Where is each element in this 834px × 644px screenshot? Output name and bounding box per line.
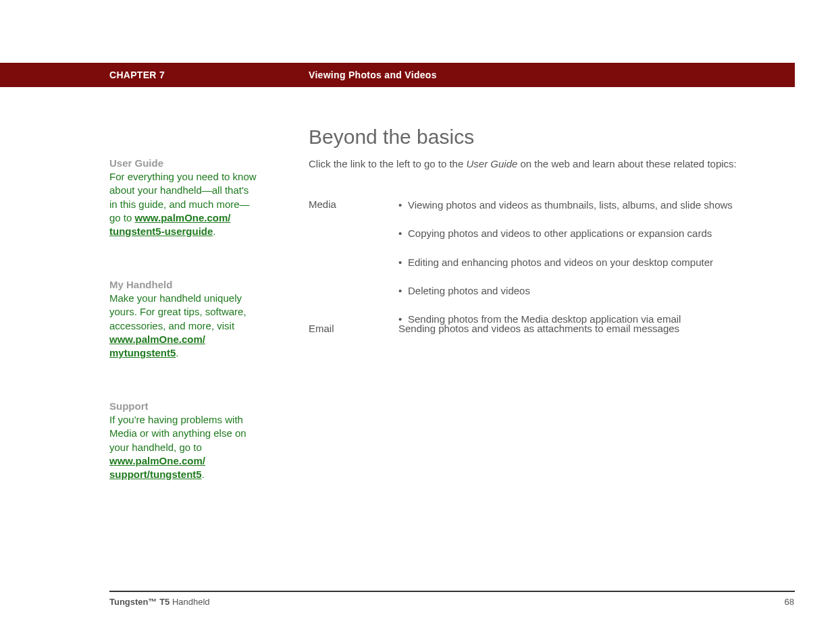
media-item: Copying photos and videos to other appli… <box>398 227 790 240</box>
media-item: Deleting photos and videos <box>398 284 790 298</box>
link-line2: tungstent5-userguide <box>109 225 213 237</box>
sidebox-text-before: If you're having problems with Media or … <box>109 414 246 453</box>
sidebox-text-after: . <box>202 468 205 480</box>
chapter-title: Viewing Photos and Videos <box>309 70 437 80</box>
link-line2: mytungstent5 <box>109 347 176 358</box>
support-link[interactable]: www.palmOne.com/support/tungstent5 <box>109 455 205 480</box>
footer-rule <box>109 591 795 592</box>
chapter-label: CHAPTER 7 <box>109 70 165 80</box>
sidebox-title: User Guide <box>109 157 258 169</box>
sidebox-text: Make your handheld uniquely yours. For g… <box>109 292 258 360</box>
sidebox-title: Support <box>109 400 258 412</box>
link-line2: support/tungstent5 <box>109 468 202 480</box>
page-heading: Beyond the basics <box>309 126 474 149</box>
link-line1: www.palmOne.com/ <box>109 333 205 345</box>
sidebox-title: My Handheld <box>109 279 258 290</box>
sidebox-text-after: . <box>176 347 178 358</box>
footer-product-bold: Tungsten™ T5 <box>109 597 170 607</box>
topic-content-media: Viewing photos and videos as thumbnails,… <box>398 198 790 341</box>
link-line1: www.palmOne.com/ <box>135 212 231 223</box>
my-handheld-link[interactable]: www.palmOne.com/mytungstent5 <box>109 333 205 358</box>
page-number: 68 <box>785 597 794 607</box>
email-text: Sending photos and videos as attachments… <box>398 323 679 334</box>
media-item: Editing and enhancing photos and videos … <box>398 256 790 269</box>
header-bar: CHAPTER 7 Viewing Photos and Videos <box>0 63 795 87</box>
intro-text: Click the link to the left to go to the … <box>309 158 795 169</box>
sidebox-text: If you're having problems with Media or … <box>109 413 258 481</box>
topic-label-email[interactable]: Email <box>309 323 334 334</box>
intro-prefix: Click the link to the left to go to the <box>309 158 466 169</box>
intro-emph: User Guide <box>466 158 517 169</box>
topic-label-media[interactable]: Media <box>309 198 336 210</box>
footer-product-rest: Handheld <box>170 597 209 607</box>
sidebox-text-after: . <box>213 225 215 237</box>
sidebox-text-before: Make your handheld uniquely yours. For g… <box>109 292 246 331</box>
sidebar-support: Support If you're having problems with M… <box>109 400 258 508</box>
media-item: Viewing photos and videos as thumbnails,… <box>398 198 790 212</box>
sidebar-my-handheld: My Handheld Make your handheld uniquely … <box>109 279 258 387</box>
sidebox-text: For everything you need to know about yo… <box>109 170 258 238</box>
intro-suffix: on the web and learn about these related… <box>517 158 736 169</box>
sidebar-user-guide: User Guide For everything you need to kn… <box>109 157 258 265</box>
footer-product: Tungsten™ T5 Handheld <box>109 597 210 607</box>
topic-content-email: Sending photos and videos as attachments… <box>398 323 790 334</box>
link-line1: www.palmOne.com/ <box>109 455 205 466</box>
